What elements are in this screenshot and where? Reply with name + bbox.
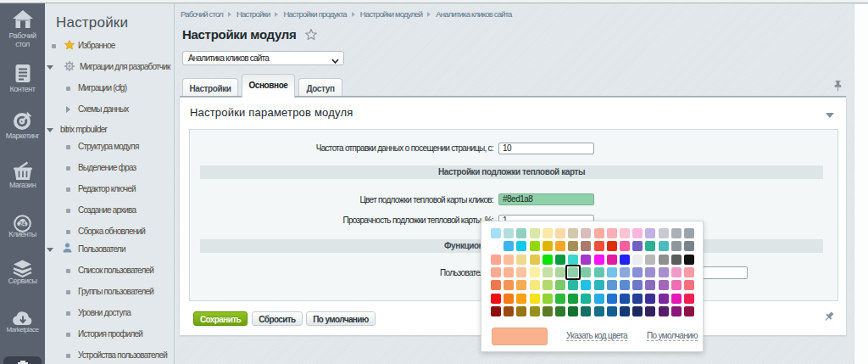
svg-text:24: 24 xyxy=(19,221,26,227)
